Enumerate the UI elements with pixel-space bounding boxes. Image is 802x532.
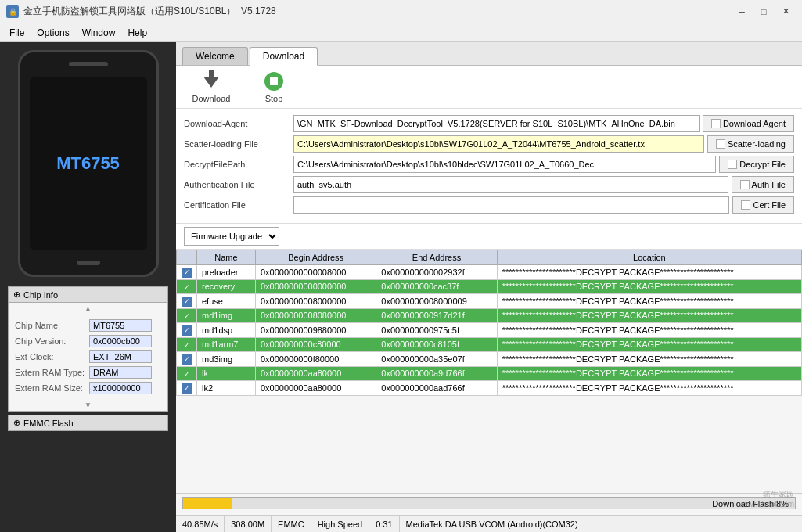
row-end: 0x000000000a9d766f	[376, 366, 497, 381]
scroll-down-arrow[interactable]: ▼	[9, 399, 167, 411]
row-checkbox[interactable]	[182, 340, 192, 350]
decrypt-row: DecryptFilePath Decrypt File	[184, 156, 794, 173]
row-name: recovery	[197, 279, 256, 294]
row-location: **********************DECRYPT PACKAGE***…	[497, 265, 801, 280]
table-row: lk 0x00000000aa80000 0x000000000a9d766f …	[177, 366, 802, 381]
row-checkbox-cell	[177, 279, 197, 294]
row-checkbox-cell	[177, 265, 197, 280]
auth-row: Authentication File Auth File	[184, 176, 794, 193]
stop-toolbar-label: Stop	[265, 94, 283, 103]
table-header-row: Name Begin Address End Address Location	[177, 250, 802, 265]
download-agent-button[interactable]: Download Agent	[703, 115, 794, 132]
row-name: efuse	[197, 294, 256, 309]
row-end: 0x000000000002932f	[376, 265, 497, 280]
col-begin: Begin Address	[255, 250, 376, 265]
decrypt-button[interactable]: Decrypt File	[719, 156, 794, 173]
row-name: lk2	[197, 381, 256, 396]
watermark: 骑牛家园 www.cfroot.com	[739, 489, 794, 509]
row-location: **********************DECRYPT PACKAGE***…	[497, 323, 801, 338]
row-name: md1arm7	[197, 337, 256, 352]
menu-options[interactable]: Options	[31, 26, 75, 40]
chip-name-label: Chip Name:	[15, 321, 89, 330]
chip-name-row: Chip Name: MT6755	[12, 318, 164, 333]
row-checkbox[interactable]	[182, 297, 192, 307]
row-checkbox-cell	[177, 323, 197, 338]
phone-chip-display: MT6755	[56, 153, 120, 174]
chip-version-label: Chip Version:	[15, 336, 89, 346]
row-checkbox-cell	[177, 366, 197, 381]
maximize-button[interactable]: □	[753, 4, 774, 20]
tab-welcome[interactable]: Welcome	[182, 47, 248, 65]
scatter-check-icon	[716, 139, 725, 149]
row-checkbox[interactable]	[182, 268, 192, 278]
cert-button[interactable]: Cert File	[732, 196, 794, 214]
row-checkbox-cell	[177, 294, 197, 309]
row-begin: 0x000000000c80000	[255, 337, 376, 352]
ram-type-value: DRAM	[89, 366, 152, 379]
tab-download[interactable]: Download	[250, 47, 318, 66]
scatter-loading-row: Scatter-loading File Scatter-loading	[184, 135, 794, 153]
row-location: **********************DECRYPT PACKAGE***…	[497, 381, 801, 396]
cert-label: Certification File	[184, 200, 293, 210]
app-title: 金立手机防盗解锁工具网络版（适用S10L/S10BL）_V5.1728	[23, 5, 732, 18]
stop-toolbar-button[interactable]: Stop	[254, 70, 293, 103]
download-toolbar-button[interactable]: Download	[192, 70, 231, 103]
partition-table: Name Begin Address End Address Location …	[176, 250, 802, 396]
scatter-input[interactable]	[293, 135, 704, 153]
row-checkbox[interactable]	[182, 282, 192, 292]
row-end: 0x000000000975c5f	[376, 323, 497, 338]
minimize-button[interactable]: ─	[732, 4, 752, 20]
row-checkbox[interactable]	[182, 354, 192, 365]
row-begin: 0x000000000f80000	[255, 352, 376, 367]
decrypt-check-icon	[728, 160, 737, 169]
row-end: 0x000000000a35e07f	[376, 352, 497, 367]
download-agent-input[interactable]	[293, 115, 700, 132]
table-row: preloader 0x0000000000008000 0x000000000…	[177, 265, 802, 280]
decrypt-label: DecryptFilePath	[184, 160, 293, 169]
table-row: md1arm7 0x000000000c80000 0x000000000c81…	[177, 337, 802, 352]
stop-square-icon	[270, 77, 278, 85]
row-checkbox[interactable]	[182, 325, 192, 336]
row-checkbox[interactable]	[182, 311, 192, 321]
menu-help[interactable]: Help	[121, 26, 153, 40]
chip-info-body: Chip Name: MT6755 Chip Version: 0x0000cb…	[9, 315, 167, 399]
cert-input[interactable]	[293, 196, 729, 214]
phone-home-button	[77, 261, 100, 265]
auth-button[interactable]: Auth File	[732, 176, 794, 193]
dropdown-row: Firmware Upgrade	[176, 224, 802, 250]
row-checkbox[interactable]	[182, 383, 192, 394]
app-icon: 🔒	[6, 5, 19, 18]
right-panel: Welcome Download Download	[176, 42, 802, 532]
row-end: 0x000000000cac37f	[376, 279, 497, 294]
col-checkbox	[177, 250, 197, 265]
col-end: End Address	[376, 250, 497, 265]
status-bar: 40.85M/s 308.00M EMMC High Speed 0:31 Me…	[176, 515, 802, 532]
ext-clock-value: EXT_26M	[89, 350, 152, 363]
arrow-icon	[202, 72, 221, 91]
auth-input[interactable]	[293, 176, 728, 193]
menu-window[interactable]: Window	[76, 26, 122, 40]
scatter-button[interactable]: Scatter-loading	[707, 135, 794, 153]
download-agent-label: Download-Agent	[184, 119, 293, 128]
toolbar: Download Stop	[176, 66, 802, 109]
decrypt-input[interactable]	[293, 156, 716, 173]
row-location: **********************DECRYPT PACKAGE***…	[497, 294, 801, 309]
auth-btn-label: Auth File	[752, 180, 786, 189]
row-checkbox-cell	[177, 352, 197, 367]
row-location: **********************DECRYPT PACKAGE***…	[497, 352, 801, 367]
auth-check-icon	[740, 180, 750, 189]
row-begin: 0x00000000aa80000	[255, 366, 376, 381]
row-checkbox[interactable]	[182, 368, 192, 379]
status-mode: High Speed	[311, 516, 370, 532]
chip-version-row: Chip Version: 0x0000cb00	[12, 333, 164, 349]
progress-area: Download Flash 8%	[176, 493, 802, 515]
phone-speaker	[69, 62, 108, 66]
chip-name-value: MT6755	[89, 319, 152, 332]
firmware-dropdown[interactable]: Firmware Upgrade	[184, 227, 279, 246]
menu-bar: File Options Window Help	[0, 23, 802, 42]
menu-file[interactable]: File	[3, 26, 31, 40]
cert-check-icon	[741, 200, 750, 210]
close-button[interactable]: ✕	[775, 4, 796, 20]
scroll-up-arrow[interactable]: ▲	[9, 303, 167, 315]
download-agent-btn-label: Download Agent	[723, 119, 786, 128]
